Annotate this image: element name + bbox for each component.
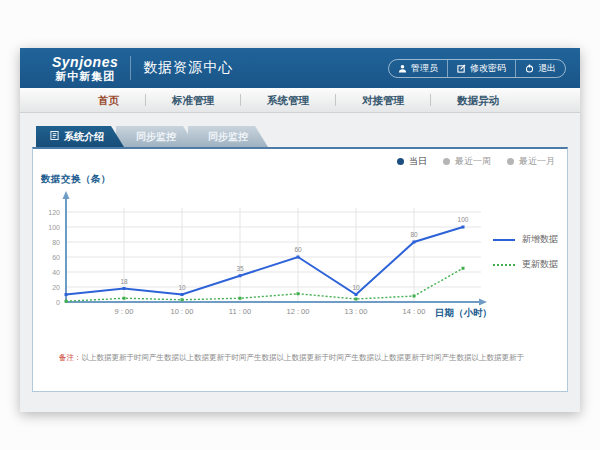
legend-label: 更新数据 bbox=[522, 258, 558, 271]
radio-option-last-week[interactable]: 最近一周 bbox=[443, 155, 491, 168]
radio-option-last-month[interactable]: 最近一月 bbox=[507, 155, 555, 168]
svg-text:120: 120 bbox=[48, 209, 60, 216]
nav-item-system-mgmt[interactable]: 系统管理 bbox=[241, 94, 336, 106]
svg-text:14 : 00: 14 : 00 bbox=[403, 307, 426, 316]
legend-item-updated-data: 更新数据 bbox=[493, 258, 558, 271]
page: Synjones 新中新集团 数据资源中心 管理员 修改密码 bbox=[0, 0, 600, 450]
tab-label: 同步监控 bbox=[136, 130, 176, 144]
chart-svg: 0204060801001209 : 0010 : 0011 : 0012 : … bbox=[33, 177, 503, 322]
nav-item-data-change[interactable]: 数据异动 bbox=[431, 94, 525, 106]
x-axis-title: 日期（小时） bbox=[435, 307, 492, 320]
power-icon bbox=[525, 64, 534, 73]
user-icon bbox=[398, 64, 407, 73]
svg-text:20: 20 bbox=[52, 284, 60, 291]
svg-text:10: 10 bbox=[352, 284, 360, 291]
tab-label: 系统介绍 bbox=[64, 130, 104, 144]
radio-label: 最近一周 bbox=[455, 155, 491, 168]
chart-panel: 当日 最近一周 最近一月 数据交换（条） 0204060801001209 : … bbox=[32, 147, 568, 392]
change-password-label: 修改密码 bbox=[470, 62, 506, 75]
svg-text:35: 35 bbox=[236, 265, 244, 272]
current-user-button[interactable]: 管理员 bbox=[389, 60, 447, 77]
radio-option-today[interactable]: 当日 bbox=[397, 155, 427, 168]
app-window: Synjones 新中新集团 数据资源中心 管理员 修改密码 bbox=[20, 48, 580, 412]
svg-text:100: 100 bbox=[458, 216, 469, 223]
company-logo: Synjones 新中新集团 bbox=[52, 55, 118, 82]
svg-text:10: 10 bbox=[178, 284, 186, 291]
logout-button[interactable]: 退出 bbox=[515, 60, 565, 77]
svg-text:80: 80 bbox=[52, 239, 60, 246]
svg-text:0: 0 bbox=[56, 299, 60, 306]
legend-label: 新增数据 bbox=[522, 233, 558, 246]
radio-label: 最近一月 bbox=[519, 155, 555, 168]
svg-text:10 : 00: 10 : 00 bbox=[171, 307, 194, 316]
svg-text:11 : 00: 11 : 00 bbox=[229, 307, 251, 316]
footnote: 备注：以上数据更新于时间产生数据以上数据更新于时间产生数据以上数据更新于时间产生… bbox=[59, 353, 564, 363]
svg-text:60: 60 bbox=[52, 254, 60, 261]
tab-sync-monitor-2[interactable]: 同步监控 bbox=[188, 126, 268, 147]
svg-text:18: 18 bbox=[120, 278, 128, 285]
svg-text:80: 80 bbox=[410, 231, 418, 238]
footnote-text: 以上数据更新于时间产生数据以上数据更新于时间产生数据以上数据更新于时间产生数据以… bbox=[82, 353, 525, 362]
legend-item-new-data: 新增数据 bbox=[493, 233, 558, 246]
svg-text:60: 60 bbox=[294, 246, 302, 253]
edit-icon bbox=[457, 64, 466, 73]
header-divider bbox=[130, 56, 131, 80]
change-password-button[interactable]: 修改密码 bbox=[447, 60, 515, 77]
logo-text-en: Synjones bbox=[52, 55, 118, 69]
tab-label: 同步监控 bbox=[208, 130, 248, 144]
dotted-line-swatch-icon bbox=[493, 264, 515, 266]
nav-item-standard-mgmt[interactable]: 标准管理 bbox=[146, 94, 241, 106]
chart-legend: 新增数据 更新数据 bbox=[493, 233, 558, 271]
logout-label: 退出 bbox=[538, 62, 556, 75]
nav-item-integration-mgmt[interactable]: 对接管理 bbox=[336, 94, 431, 106]
tab-bar: 系统介绍 同步监控 同步监控 bbox=[36, 126, 268, 147]
page-title: 数据资源中心 bbox=[143, 59, 233, 77]
svg-text:40: 40 bbox=[52, 269, 60, 276]
footnote-prefix: 备注： bbox=[59, 353, 82, 362]
svg-text:100: 100 bbox=[48, 224, 60, 231]
main-nav: 首页 标准管理 系统管理 对接管理 数据异动 bbox=[20, 88, 580, 113]
solid-line-swatch-icon bbox=[493, 239, 515, 241]
radio-dot-icon bbox=[507, 158, 514, 165]
tab-sync-monitor-1[interactable]: 同步监控 bbox=[116, 126, 196, 147]
svg-text:13 : 00: 13 : 00 bbox=[345, 307, 368, 316]
radio-label: 当日 bbox=[409, 155, 427, 168]
svg-text:12 : 00: 12 : 00 bbox=[287, 307, 310, 316]
tab-system-intro[interactable]: 系统介绍 bbox=[36, 126, 124, 147]
radio-dot-icon bbox=[397, 158, 404, 165]
content-body: 系统介绍 同步监控 同步监控 当日 最近一周 bbox=[20, 113, 580, 412]
current-user-label: 管理员 bbox=[411, 62, 438, 75]
document-icon bbox=[50, 131, 59, 142]
user-actions-group: 管理员 修改密码 退出 bbox=[388, 59, 566, 78]
logo-text-cn: 新中新集团 bbox=[55, 71, 115, 82]
radio-dot-icon bbox=[443, 158, 450, 165]
top-header: Synjones 新中新集团 数据资源中心 管理员 修改密码 bbox=[20, 48, 580, 88]
nav-item-home[interactable]: 首页 bbox=[72, 94, 146, 106]
time-range-filter: 当日 最近一周 最近一月 bbox=[397, 155, 555, 168]
svg-text:9 : 00: 9 : 00 bbox=[115, 307, 134, 316]
